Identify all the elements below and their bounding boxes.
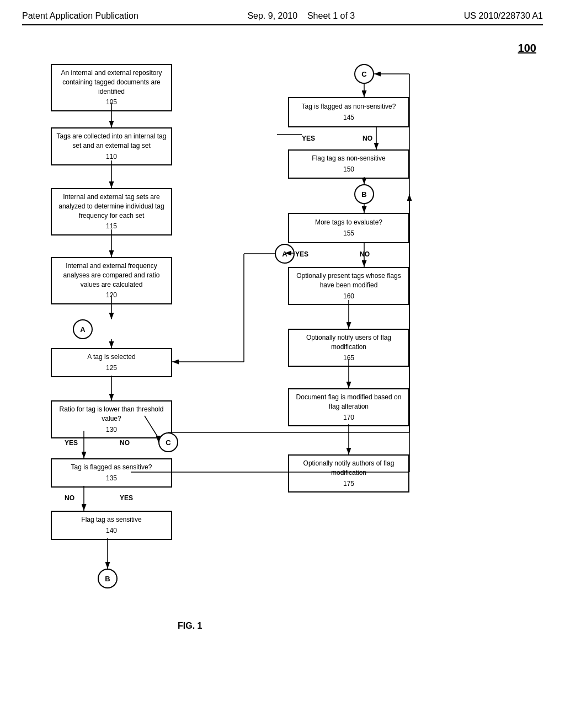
- header-patent-num: US 2010/228730 A1: [464, 11, 543, 21]
- box-110: Tags are collected into an internal tag …: [51, 127, 172, 165]
- header-publication: Patent Application Publication: [22, 11, 138, 21]
- figure-label: FIG. 1: [178, 621, 202, 631]
- box-160: Optionally present tags whose flags have…: [288, 267, 409, 305]
- box-150: Flag tag as non-sensitive 150: [288, 149, 409, 179]
- box-155: More tags to evaluate? 155: [288, 213, 409, 243]
- box-170: Document flag is modified based on flag …: [288, 388, 409, 426]
- flowchart-diagram: 100 An internal and external repository …: [23, 42, 542, 676]
- label-yes-155: YES: [295, 250, 308, 258]
- label-yes-145: YES: [302, 135, 315, 142]
- connector-A-left: A: [73, 319, 93, 339]
- label-no-130: NO: [120, 439, 130, 447]
- label-no-145: NO: [363, 135, 372, 142]
- connector-B-right: B: [354, 184, 374, 204]
- box-130: Ratio for tag is lower than threshold va…: [51, 400, 172, 438]
- connector-C-top: C: [354, 64, 374, 84]
- box-115: Internal and external tag sets are analy…: [51, 188, 172, 235]
- box-145: Tag is flagged as non-sensitive? 145: [288, 97, 409, 127]
- connector-C-mid: C: [158, 432, 178, 452]
- label-no-135: NO: [65, 494, 74, 502]
- box-135: Tag is flagged as sensitive? 135: [51, 458, 172, 488]
- label-yes-135: YES: [120, 494, 133, 502]
- box-140: Flag tag as sensitive 140: [51, 511, 172, 540]
- connector-B-left: B: [98, 569, 118, 588]
- box-165: Optionally notify users of flag modifica…: [288, 329, 409, 367]
- label-yes-130: YES: [65, 439, 78, 447]
- label-no-155: NO: [360, 250, 370, 258]
- header-date-sheet: Sep. 9, 2010 Sheet 1 of 3: [247, 11, 355, 21]
- box-120: Internal and external frequency analyses…: [51, 257, 172, 304]
- box-105: An internal and external repository cont…: [51, 64, 172, 111]
- ref-number: 100: [518, 42, 536, 55]
- box-175: Optionally notify authors of flag modifi…: [288, 454, 409, 493]
- box-125: A tag is selected 125: [51, 348, 172, 377]
- page-header: Patent Application Publication Sep. 9, 2…: [22, 11, 543, 25]
- connector-A-right: A: [275, 244, 295, 264]
